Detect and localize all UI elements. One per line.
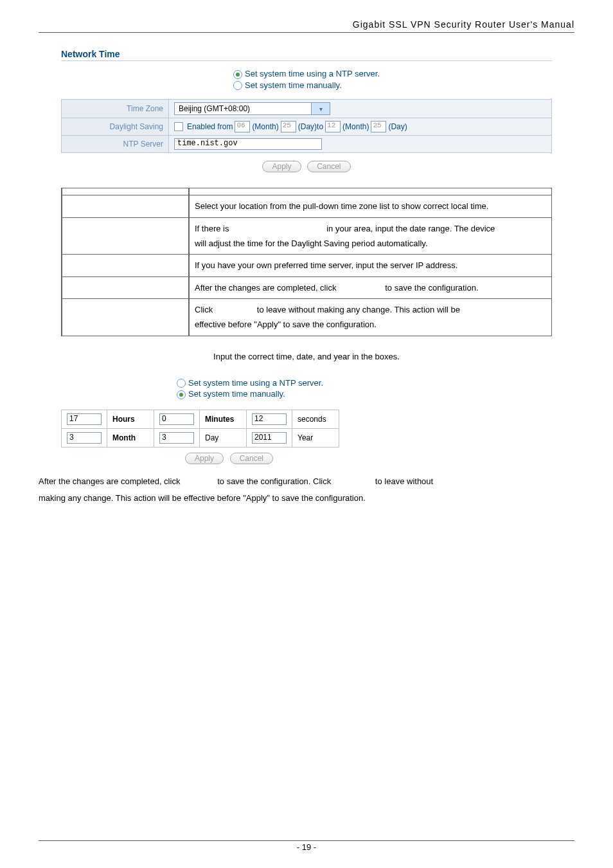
section-title: Network Time: [61, 49, 552, 61]
radio-manual[interactable]: Set system time manually.: [233, 80, 380, 91]
manual-note: Input the correct time, date, and year i…: [61, 352, 552, 361]
chevron-down-icon: ▾: [311, 103, 330, 114]
label-ntp: NTP Server: [62, 136, 169, 153]
desc-apply: After the changes are completed, click t…: [189, 276, 552, 298]
ntp-server-input[interactable]: time.nist.gov: [174, 138, 322, 150]
dls-from-month[interactable]: 06: [235, 121, 250, 132]
radio-ntp-2[interactable]: Set system time using a NTP server.: [177, 378, 323, 388]
year-input[interactable]: 2011: [252, 432, 287, 444]
description-table: Select your location from the pull-down …: [61, 188, 552, 336]
cancel-button[interactable]: Cancel: [307, 161, 350, 172]
minutes-input[interactable]: 0: [159, 413, 194, 425]
apply-button-2[interactable]: Apply: [185, 453, 224, 464]
desc-daylight: If there is in your area, input the date…: [189, 217, 552, 255]
desc-timezone: Select your location from the pull-down …: [189, 195, 552, 217]
apply-button[interactable]: Apply: [262, 161, 301, 172]
cancel-button-2[interactable]: Cancel: [230, 453, 273, 464]
radio-manual-2[interactable]: Set system time manually.: [177, 389, 323, 399]
dls-from-day[interactable]: 25: [281, 121, 296, 132]
daylight-enable-checkbox[interactable]: [174, 122, 183, 131]
seconds-input[interactable]: 12: [252, 413, 287, 425]
timezone-select[interactable]: Beijing (GMT+08:00) ▾: [174, 102, 330, 115]
radio-ntp[interactable]: Set system time using a NTP server.: [233, 69, 380, 79]
desc-ntp: If you have your own preferred time serv…: [189, 255, 552, 276]
dls-to-day[interactable]: 25: [371, 121, 386, 132]
dls-to-month[interactable]: 12: [325, 121, 341, 132]
manual-time-table: 17 Hours 0 Minutes 12 seconds 3 Month 3 …: [61, 410, 339, 448]
desc-cancel: Click to leave without making any change…: [189, 299, 552, 336]
page-number: - 19 -: [39, 840, 574, 852]
closing-text: After the changes are completed, click t…: [39, 473, 574, 507]
day-input[interactable]: 3: [159, 432, 194, 444]
label-daylight: Daylight Saving: [62, 118, 169, 136]
label-timezone: Time Zone: [62, 100, 169, 118]
doc-header: Gigabit SSL VPN Security Router User's M…: [353, 19, 574, 30]
ntp-config-table: Time Zone Beijing (GMT+08:00) ▾ Daylight…: [61, 99, 552, 153]
month-input[interactable]: 3: [67, 432, 102, 444]
hours-input[interactable]: 17: [67, 413, 102, 425]
time-mode-radio-group: Set system time using a NTP server. Set …: [61, 68, 552, 91]
